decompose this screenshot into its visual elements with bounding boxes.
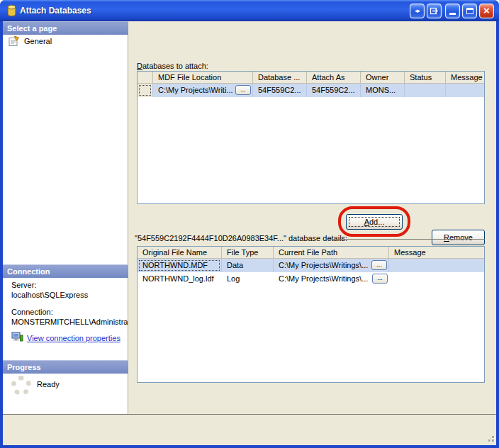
- dock-arrows-icon: ◂▸: [410, 4, 424, 18]
- title-bar[interactable]: Attach Databases ◂▸ ×: [0, 0, 499, 21]
- details-message-cell[interactable]: [389, 272, 484, 286]
- dock-toggle-button[interactable]: ◂▸: [410, 4, 425, 18]
- col-original-file-name: Original File Name: [138, 247, 222, 259]
- progress-header: Progress: [3, 360, 128, 374]
- databases-grid-header-row: MDF File Location Database ... Attach As…: [138, 72, 484, 84]
- original-file-name-cell[interactable]: NORTHWND.MDF: [138, 259, 222, 272]
- table-row[interactable]: NORTHWND_log.ldf Log C:\My Projects\Writ…: [138, 272, 484, 286]
- file-type-cell[interactable]: Log: [222, 272, 274, 286]
- remove-button[interactable]: Remove: [432, 230, 485, 245]
- connection-header: Connection: [3, 264, 128, 278]
- progress-status: Ready: [37, 380, 60, 388]
- mdf-file-location-cell[interactable]: C:\My Projects\Writi... ...: [153, 84, 253, 97]
- details-divider: [328, 239, 485, 240]
- col-attach-as: Attach As: [307, 72, 361, 84]
- table-row[interactable]: NORTHWND.MDF Data C:\My Projects\Writing…: [138, 259, 484, 272]
- general-page-icon: [9, 35, 20, 48]
- col-message: Message: [446, 72, 484, 84]
- database-details-label: "54F559C2192F4444F10D26A0983E34F..." dat…: [135, 234, 347, 242]
- file-type-cell[interactable]: Data: [222, 259, 274, 272]
- database-name-cell[interactable]: 54F559C2...: [253, 84, 307, 97]
- col-mdf-file-location: MDF File Location: [153, 72, 253, 84]
- browse-path-button[interactable]: ...: [371, 260, 387, 270]
- databases-to-attach-label: Databases to attach:: [137, 62, 208, 70]
- minimize-icon: [449, 13, 456, 15]
- databases-grid[interactable]: MDF File Location Database ... Attach As…: [137, 71, 485, 204]
- col-details-message: Message: [389, 247, 484, 259]
- attach-databases-dialog: Attach Databases ◂▸ × Select a page: [0, 0, 499, 448]
- database-icon: [6, 4, 17, 18]
- close-button[interactable]: ×: [479, 4, 494, 18]
- current-file-path-cell[interactable]: C:\My Projects\Writings\... ...: [274, 259, 389, 272]
- connection-value: MONSTERMITCHELL\Administra: [11, 318, 128, 326]
- details-message-cell[interactable]: [389, 259, 484, 272]
- table-row[interactable]: C:\My Projects\Writi... ... 54F559C2... …: [138, 84, 484, 97]
- maximize-button[interactable]: [462, 4, 477, 18]
- minimize-button[interactable]: [445, 4, 460, 18]
- window-title: Attach Databases: [20, 6, 91, 16]
- status-cell[interactable]: [405, 84, 446, 97]
- sidebar-item-general[interactable]: General: [9, 35, 125, 48]
- connection-properties-icon: [11, 332, 23, 344]
- col-status: Status: [405, 72, 446, 84]
- server-label: Server:: [11, 281, 36, 289]
- col-current-file-path: Current File Path: [274, 247, 389, 259]
- close-icon: ×: [480, 4, 493, 17]
- add-button[interactable]: Add...: [346, 214, 403, 230]
- col-database-name: Database ...: [253, 72, 307, 84]
- cell-focus-rect: [139, 260, 220, 271]
- progress-spinner-icon: [11, 376, 31, 396]
- message-cell[interactable]: [446, 84, 484, 97]
- browse-mdf-button[interactable]: ...: [235, 85, 251, 95]
- details-grid-header-row: Original File Name File Type Current Fil…: [138, 247, 484, 259]
- owner-cell[interactable]: MONS...: [361, 84, 405, 97]
- col-row-selector: [138, 72, 153, 84]
- sidebar: Select a page General Connection Server:…: [3, 21, 128, 414]
- sidebar-item-label: General: [24, 37, 52, 45]
- row-focus-rect: [139, 85, 151, 96]
- undock-button[interactable]: [427, 4, 442, 18]
- row-selector-cell[interactable]: [138, 84, 153, 97]
- view-connection-properties-link[interactable]: View connection properties: [27, 334, 120, 342]
- maximize-icon: [466, 8, 473, 14]
- connection-label: Connection:: [11, 308, 53, 316]
- col-file-type: File Type: [222, 247, 274, 259]
- col-owner: Owner: [361, 72, 405, 84]
- current-file-path-cell[interactable]: C:\My Projects\Writings\... ...: [274, 272, 389, 286]
- browse-path-button[interactable]: ...: [372, 274, 388, 284]
- server-value: localhost\SQLExpress: [11, 291, 88, 299]
- dialog-footer: [3, 414, 496, 445]
- select-a-page-header: Select a page: [3, 21, 128, 35]
- details-grid[interactable]: Original File Name File Type Current Fil…: [137, 246, 485, 383]
- undock-icon: [430, 6, 439, 16]
- original-file-name-cell[interactable]: NORTHWND_log.ldf: [138, 272, 222, 286]
- attach-as-cell[interactable]: 54F559C2...: [307, 84, 361, 97]
